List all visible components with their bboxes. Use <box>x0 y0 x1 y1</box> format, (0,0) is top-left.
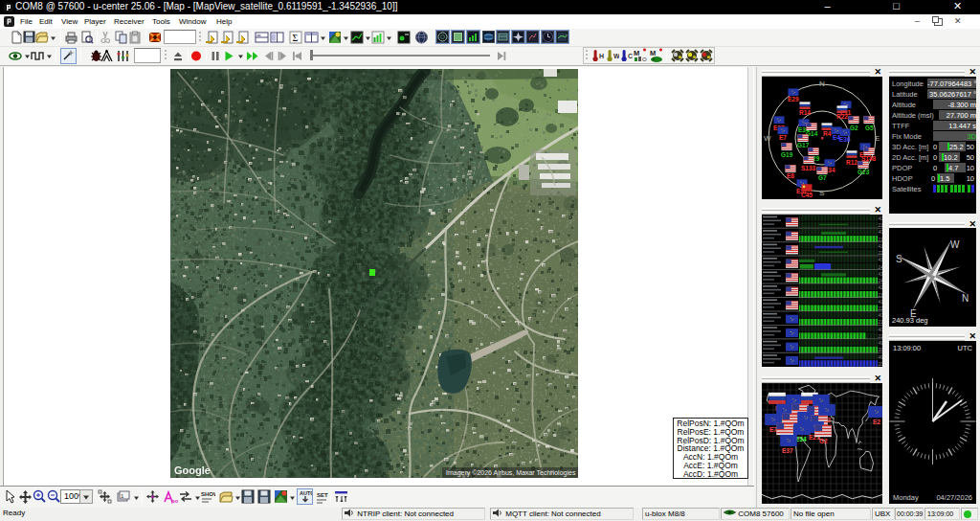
svg-text:43: 43 <box>879 258 883 262</box>
svg-text:N: N <box>962 293 969 304</box>
svg-text:R12: R12 <box>846 159 858 166</box>
svg-text:22: 22 <box>879 251 883 256</box>
svg-text:G2: G2 <box>850 125 858 131</box>
svg-text:G7: G7 <box>818 174 827 181</box>
svg-text:21: 21 <box>879 334 883 339</box>
svg-text:R4: R4 <box>823 130 832 137</box>
svg-text:E: E <box>875 134 880 143</box>
svg-text:E8: E8 <box>787 172 794 179</box>
svg-text:S148: S148 <box>861 155 877 162</box>
svg-text:20: 20 <box>879 362 883 367</box>
svg-text:40: 40 <box>879 328 883 332</box>
svg-text:pos: pos <box>171 498 178 504</box>
svg-text:G19: G19 <box>781 151 793 158</box>
svg-text:Google: Google <box>174 464 211 476</box>
svg-text:40: 40 <box>879 313 883 318</box>
svg-text:E37: E37 <box>782 447 793 454</box>
svg-text:N: N <box>819 79 825 88</box>
svg-text:R14: R14 <box>799 109 811 116</box>
svg-text:21: 21 <box>879 223 883 228</box>
svg-text:SHOW: SHOW <box>201 491 215 497</box>
svg-text:41: 41 <box>879 244 883 249</box>
svg-text:49: 49 <box>879 341 883 346</box>
svg-text:SET: SET <box>317 492 328 498</box>
svg-text:E7: E7 <box>769 426 777 433</box>
svg-text:E29: E29 <box>788 96 799 102</box>
svg-text:41: 41 <box>879 300 883 305</box>
svg-text:E36: E36 <box>839 136 851 143</box>
svg-text:Σ: Σ <box>293 33 299 43</box>
svg-text:23: 23 <box>879 293 883 298</box>
svg-text:G5: G5 <box>865 125 874 131</box>
svg-text:24: 24 <box>879 279 883 283</box>
svg-text:22: 22 <box>879 306 883 311</box>
svg-text:42: 42 <box>879 285 883 290</box>
svg-text:43: 43 <box>879 272 883 277</box>
svg-text:49: 49 <box>879 355 883 360</box>
svg-text:E7: E7 <box>779 134 787 141</box>
svg-text:21: 21 <box>879 320 883 325</box>
svg-text:M: M <box>634 49 639 57</box>
svg-text:40: 40 <box>879 216 883 221</box>
svg-text:O: O <box>642 57 647 62</box>
svg-text:R22: R22 <box>836 113 848 120</box>
svg-text:24: 24 <box>879 265 883 270</box>
svg-text:21: 21 <box>879 238 883 242</box>
svg-text:G23: G23 <box>858 169 870 175</box>
svg-text:W: W <box>764 134 771 143</box>
svg-text:G2: G2 <box>819 438 828 444</box>
svg-text:AUTO: AUTO <box>300 490 312 496</box>
svg-text:S133: S133 <box>801 165 816 171</box>
svg-text:S: S <box>819 189 824 197</box>
svg-text:S: S <box>896 254 902 264</box>
svg-text:G17: G17 <box>797 142 810 148</box>
svg-text:40: 40 <box>879 230 883 235</box>
svg-text:E2: E2 <box>873 419 880 425</box>
svg-text:C45: C45 <box>801 192 813 198</box>
svg-text:W: W <box>950 239 960 250</box>
svg-text:M: M <box>650 49 656 57</box>
svg-text:Imagery ©2026 Airbus, Maxar Te: Imagery ©2026 Airbus, Maxar Technologies <box>446 469 576 477</box>
svg-text:20: 20 <box>879 348 883 352</box>
